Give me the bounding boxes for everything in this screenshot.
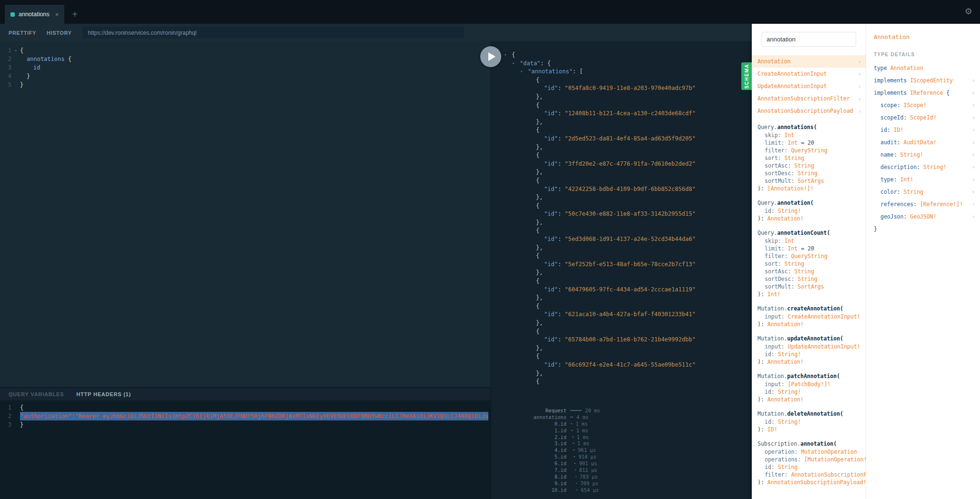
schema-side-tab[interactable]: SCHEMA (741, 62, 752, 90)
query-editor-line[interactable]: 4} (0, 72, 491, 80)
docs-search-input[interactable] (767, 36, 851, 43)
history-button[interactable]: HISTORY (47, 30, 72, 36)
docs-field-group: Mutation.createAnnotation(input: CreateA… (752, 305, 866, 329)
query-editor-line[interactable]: 2annotations { (0, 55, 491, 63)
docs-field-return[interactable]: ): Annotation! (752, 320, 866, 329)
trace-row: 7.id811 μs (510, 467, 600, 473)
headers-editor-line[interactable]: 2"authorization":"Bearer eyJhbGciOiJSUzI… (0, 412, 491, 420)
type-detail-row[interactable]: implements IReference {› (866, 87, 980, 99)
docs-field-title[interactable]: Subscription.annotation( (752, 440, 866, 448)
http-headers-editor[interactable]: 1{2"authorization":"Bearer eyJhbGciOiJSU… (0, 400, 491, 499)
query-editor-line[interactable]: 1▾{ (0, 46, 491, 55)
docs-field-return[interactable]: ): [Annotation!]! (752, 185, 866, 193)
response-line: }, (491, 93, 752, 101)
prettify-button[interactable]: PRETTIFY (9, 30, 36, 36)
docs-field-arg[interactable]: id: String! (752, 388, 866, 396)
execute-button[interactable] (480, 46, 501, 67)
type-detail-row[interactable]: implements IScopedEntity› (866, 74, 980, 87)
docs-field-arg[interactable]: id: String! (752, 418, 866, 426)
headers-editor-line[interactable]: 1{ (0, 403, 491, 412)
line-number: 3 (0, 63, 11, 72)
settings-gear-icon[interactable]: ⚙ (965, 6, 972, 16)
fold-caret-icon[interactable]: ▾ (512, 60, 515, 68)
docs-field-arg[interactable]: limit: Int = 20 (752, 245, 866, 252)
trace-bar (571, 423, 572, 424)
docs-field-title[interactable]: Query.annotations( (752, 123, 866, 131)
close-tab-icon[interactable]: × (55, 11, 59, 18)
docs-field-arg[interactable]: sortMult: SortArgs (752, 177, 866, 185)
trace-bar (576, 489, 577, 490)
docs-field-return[interactable]: ): AnnotationSubscriptionPayload! (752, 479, 866, 487)
response-lines: ▾{▾"data": {▾"annotations": [{"id": "054… (491, 41, 752, 386)
docs-type-item[interactable]: UpdateAnnotationInput› (752, 80, 866, 92)
docs-field-arg[interactable]: filter: AnnotationSubscriptionFilter (752, 471, 866, 479)
type-detail-row[interactable]: type: Int!› (866, 173, 980, 186)
type-detail-row[interactable]: geoJson: GeoJSON!› (866, 210, 980, 223)
type-detail-row[interactable]: id: ID!› (866, 124, 980, 136)
docs-field-arg[interactable]: filter: QueryString (752, 147, 866, 154)
fold-caret-icon[interactable]: ▾ (520, 68, 523, 76)
fold-caret-icon[interactable]: ▾ (11, 46, 20, 55)
docs-field-arg[interactable]: input: UpdateAnnotationInput! (752, 343, 866, 350)
query-editor-line[interactable]: 3id (0, 63, 491, 72)
docs-field-arg[interactable]: sortAsc: String (752, 268, 866, 275)
docs-field-title[interactable]: Query.annotation( (752, 199, 866, 207)
docs-field-arg[interactable]: sort: String (752, 260, 866, 268)
chevron-right-icon: › (971, 189, 975, 195)
fold-caret-icon[interactable]: ▾ (504, 51, 506, 60)
code-text: } (20, 72, 30, 80)
headers-editor-line[interactable]: 3} (0, 420, 491, 429)
type-detail-row[interactable]: references: [Reference!]!› (866, 198, 980, 210)
docs-field-arg[interactable]: sortMult: SortArgs (752, 283, 866, 290)
new-tab-button[interactable]: + (72, 5, 78, 24)
tab-query-variables[interactable]: QUERY VARIABLES (9, 391, 64, 397)
query-editor[interactable]: 1▾{2annotations {3id4}5} (0, 41, 491, 387)
docs-field-return[interactable]: ): ID! (752, 426, 866, 434)
docs-field-arg[interactable]: sort: String (752, 154, 866, 162)
type-detail-row[interactable]: scopeId: ScopeId!› (866, 111, 980, 124)
docs-field-title[interactable]: Mutation.patchAnnotation( (752, 372, 866, 380)
docs-field-arg[interactable]: input: [PatchBody!]! (752, 380, 866, 388)
docs-type-item[interactable]: AnnotationSubscriptionFilter› (752, 92, 866, 105)
docs-field-title[interactable]: Query.annotationCount( (752, 229, 866, 237)
docs-field-arg[interactable]: filter: QueryString (752, 252, 866, 260)
endpoint-url-input[interactable]: https://dev.roninservices.com/ronin/grap… (83, 27, 464, 39)
docs-field-arg[interactable]: skip: Int (752, 131, 866, 139)
trace-row: 5.id914 μs (510, 453, 600, 460)
response-line: "id": "2d5ed523-da81-4ef4-85a4-ad63d5f9d… (491, 135, 752, 143)
docs-field-arg[interactable]: skip: Int (752, 237, 866, 245)
docs-field-arg[interactable]: id: String (752, 463, 866, 471)
docs-field-arg[interactable]: operation: MutationOperation (752, 448, 866, 456)
docs-field-arg[interactable]: sortDesc: String (752, 170, 866, 177)
docs-field-arg[interactable]: sortAsc: String (752, 162, 866, 170)
docs-field-title[interactable]: Mutation.deleteAnnotation( (752, 410, 866, 418)
docs-field-arg[interactable]: id: String! (752, 207, 866, 215)
chevron-right-icon: › (971, 151, 975, 158)
tab-http-headers[interactable]: HTTP HEADERS (1) (76, 391, 131, 397)
docs-field-return[interactable]: ): Annotation! (752, 215, 866, 223)
docs-field-title[interactable]: Mutation.createAnnotation( (752, 305, 866, 313)
docs-field-arg[interactable]: input: CreateAnnotationInput! (752, 313, 866, 320)
docs-field-group: Subscription.annotation(operation: Mutat… (752, 440, 866, 487)
type-detail-row[interactable]: } (866, 223, 980, 235)
query-editor-line[interactable]: 5} (0, 80, 491, 89)
type-detail-row[interactable]: description: String!› (866, 161, 980, 173)
type-detail-row[interactable]: type Annotation (866, 62, 980, 74)
docs-type-item[interactable]: Annotation› (752, 55, 866, 68)
docs-field-return[interactable]: ): Annotation! (752, 396, 866, 404)
trace-row: 0.id1 ms (510, 420, 600, 427)
type-detail-row[interactable]: name: String!› (866, 149, 980, 161)
tab-annotations[interactable]: annotations × (5, 5, 64, 24)
docs-field-arg[interactable]: operations: [MutationOperation!] (752, 456, 866, 463)
docs-field-title[interactable]: Mutation.updateAnnotation( (752, 335, 866, 343)
type-detail-row[interactable]: color: String› (866, 186, 980, 198)
docs-type-item[interactable]: CreateAnnotationInput› (752, 68, 866, 80)
type-detail-row[interactable]: audit: AuditData!› (866, 136, 980, 149)
docs-field-return[interactable]: ): Annotation! (752, 358, 866, 366)
docs-field-arg[interactable]: limit: Int = 20 (752, 139, 866, 147)
docs-type-item[interactable]: AnnotationSubscriptionPayload› (752, 105, 866, 117)
docs-field-return[interactable]: ): Int! (752, 290, 866, 299)
docs-field-arg[interactable]: id: String! (752, 350, 866, 358)
type-detail-row[interactable]: scope: IScope!› (866, 99, 980, 111)
docs-field-arg[interactable]: sortDesc: String (752, 275, 866, 283)
